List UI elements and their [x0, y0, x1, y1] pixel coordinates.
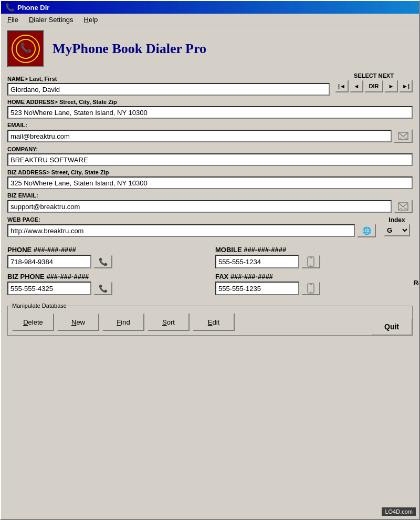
- database-fieldset: Manipulate Database Delete New Find Sort: [7, 303, 413, 336]
- biz-phone-input-row: 📞: [7, 282, 205, 295]
- webpage-open-button[interactable]: 🌐: [357, 224, 376, 237]
- menu-file[interactable]: File: [3, 15, 23, 25]
- name-input[interactable]: [7, 83, 330, 96]
- menu-dialer-settings[interactable]: Dialer Settings: [25, 15, 78, 25]
- watermark: LO4D.com: [382, 507, 416, 516]
- nav-prev-button[interactable]: ◄: [350, 80, 363, 92]
- biz-phone-label: BIZ PHONE ###-###-####: [7, 273, 205, 280]
- menu-help[interactable]: Help: [80, 15, 102, 25]
- webpage-index-row: WEB PAGE: 🌐 Index G ABCD EFHI: [7, 213, 413, 237]
- sort-button[interactable]: Sort: [148, 313, 190, 331]
- title-bar-icon: 📞: [5, 3, 14, 12]
- mobile-input-row: [215, 255, 413, 268]
- find-button[interactable]: Find: [102, 313, 144, 331]
- email-input[interactable]: [7, 130, 392, 142]
- nav-last-button[interactable]: ►|: [399, 80, 413, 92]
- title-bar-text: Phone Dir: [17, 4, 49, 12]
- index-select-row: G ABCD EFHI: [384, 224, 410, 236]
- phone-input-row: 📞: [7, 255, 205, 268]
- title-bar: 📞 Phone Dir: [1, 1, 419, 14]
- biz-email-input[interactable]: [7, 200, 392, 213]
- database-legend: Manipulate Database: [12, 303, 67, 309]
- new-button[interactable]: New: [57, 313, 99, 331]
- webpage-col: WEB PAGE: 🌐: [7, 213, 376, 237]
- svg-point-13: [310, 292, 311, 293]
- quit-button[interactable]: Quit: [371, 318, 413, 336]
- biz-phone-input[interactable]: [7, 282, 91, 295]
- header-area: 📞 MyPhone Book Dialer Pro: [7, 30, 413, 67]
- biz-address-input[interactable]: [7, 176, 413, 189]
- home-address-input[interactable]: [7, 106, 413, 119]
- fax-label: FAX ###-###-####: [215, 273, 413, 280]
- fax-dial-button[interactable]: [301, 282, 320, 295]
- nav-dir-button[interactable]: DIR: [364, 80, 383, 92]
- records-count: 12: [414, 287, 419, 295]
- nav-next-button[interactable]: ►: [384, 80, 398, 92]
- nav-buttons: |◄ ◄ DIR ► ►|: [335, 80, 413, 92]
- mobile-input[interactable]: [215, 255, 299, 268]
- company-label: COMPANY:: [7, 146, 413, 152]
- biz-email-row: [7, 200, 413, 213]
- records-label: Records: [414, 279, 419, 287]
- phone-dial-button[interactable]: 📞: [93, 255, 112, 268]
- mobile-dial-button[interactable]: [301, 255, 320, 268]
- fax-input[interactable]: [215, 282, 299, 295]
- email-label: EMAIL:: [7, 122, 413, 128]
- select-next-col: SELECT NEXT |◄ ◄ DIR ► ►|: [335, 72, 413, 92]
- webpage-row: 🌐: [7, 224, 376, 237]
- index-select[interactable]: G ABCD EFHI: [384, 224, 410, 236]
- window-inner: 📞 MyPhone Book Dialer Pro NAME> Last, Fi…: [1, 26, 419, 519]
- webpage-label: WEB PAGE:: [7, 216, 376, 223]
- logo-box: 📞: [7, 30, 44, 67]
- main-window: 📞 Phone Dir File Dialer Settings Help 📞: [0, 0, 420, 520]
- edit-button[interactable]: Edit: [193, 313, 235, 331]
- phone-label: PHONE ###-###-####: [7, 246, 205, 254]
- mobile-label: MOBILE ###-###-####: [215, 246, 413, 254]
- nav-first-button[interactable]: |◄: [335, 80, 349, 92]
- delete-button[interactable]: Delete: [12, 313, 54, 331]
- name-label: NAME> Last, First: [7, 76, 330, 82]
- company-input[interactable]: [7, 153, 413, 166]
- app-title: MyPhone Book Dialer Pro: [52, 41, 206, 57]
- svg-text:📞: 📞: [20, 42, 32, 54]
- phone-right: MOBILE ###-###-#### FAX ###-###-####: [215, 242, 413, 295]
- phone-spacer: [205, 242, 215, 295]
- email-row: [7, 129, 413, 143]
- database-section: Manipulate Database Delete New Find Sort: [7, 303, 413, 336]
- biz-phone-dial-button[interactable]: 📞: [93, 282, 112, 295]
- biz-email-label: BIZ EMAIL:: [7, 192, 413, 199]
- phone-left: PHONE ###-###-#### 📞 BIZ PHONE ###-###-#…: [7, 242, 205, 295]
- biz-address-label: BIZ ADDRESS> Street, City, State Zip: [7, 169, 413, 175]
- index-label: Index: [388, 216, 405, 224]
- select-next-label: SELECT NEXT: [335, 72, 413, 79]
- phone-section: PHONE ###-###-#### 📞 BIZ PHONE ###-###-#…: [7, 242, 413, 295]
- phone-input[interactable]: [7, 255, 91, 268]
- menu-bar: File Dialer Settings Help: [1, 14, 419, 26]
- database-buttons-row: Delete New Find Sort Edit: [12, 313, 408, 331]
- biz-email-send-button[interactable]: [394, 200, 413, 213]
- svg-point-10: [310, 265, 311, 266]
- name-col: NAME> Last, First: [7, 72, 330, 96]
- name-row: NAME> Last, First SELECT NEXT |◄ ◄ DIR ►…: [7, 72, 413, 96]
- index-panel: Index G ABCD EFHI: [381, 216, 413, 236]
- logo-icon: 📞: [12, 35, 40, 63]
- records-panel: Records 12: [414, 279, 419, 295]
- fax-input-row: [215, 282, 413, 295]
- main-content: NAME> Last, First SELECT NEXT |◄ ◄ DIR ►…: [7, 72, 413, 336]
- webpage-input[interactable]: [7, 224, 355, 237]
- home-address-label: HOME ADDRESS> Street, City, State Zip: [7, 99, 413, 105]
- email-send-button[interactable]: [394, 129, 413, 143]
